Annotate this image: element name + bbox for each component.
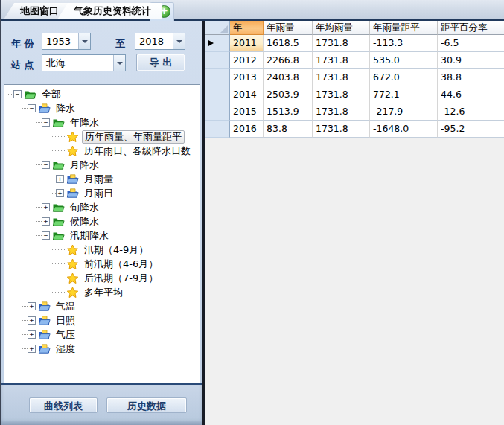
grid-cell[interactable]: 2403.8 (264, 69, 313, 86)
tree-node[interactable]: +气温 (8, 299, 200, 313)
grid-cell[interactable]: -113.3 (370, 35, 438, 52)
grid-cell[interactable]: 535.0 (370, 52, 438, 69)
tree-node-label[interactable]: 旬降水 (68, 202, 101, 214)
row-header[interactable] (205, 35, 230, 52)
expand-plus-icon[interactable]: + (28, 330, 36, 339)
curve-list-button[interactable]: 曲线列表 (29, 397, 98, 413)
collapse-minus-icon[interactable]: − (13, 90, 22, 98)
tab-weather-history-stats[interactable]: 气象历史资料统计 (57, 3, 162, 19)
tree-node-label[interactable]: 月雨量 (82, 173, 115, 185)
row-header[interactable] (205, 121, 230, 138)
history-data-button[interactable]: 历史数据 (106, 397, 187, 413)
grid-cell[interactable]: 2266.8 (264, 52, 313, 69)
grid-cell[interactable]: 1731.8 (313, 121, 370, 138)
grid-cell[interactable]: 1731.8 (313, 86, 370, 103)
tree-node[interactable]: +月雨日 (8, 186, 200, 200)
tree-node-label[interactable]: 前汛期（4-6月） (82, 258, 160, 270)
tree-node[interactable]: 历年雨量、年雨量距平 (8, 130, 200, 144)
year-to-select[interactable]: 2018 (135, 33, 185, 50)
grid-corner-cell[interactable] (205, 21, 230, 35)
grid-cell[interactable]: 772.1 (370, 86, 438, 103)
grid-cell[interactable]: -12.6 (438, 103, 504, 121)
grid-cell[interactable]: 1731.8 (313, 35, 370, 52)
grid-cell[interactable]: 1731.8 (313, 52, 370, 69)
expand-plus-icon[interactable]: + (56, 189, 64, 197)
column-header-2[interactable]: 年均雨量 (313, 21, 370, 35)
tree-node-label[interactable]: 年降水 (68, 117, 101, 129)
collapse-minus-icon[interactable]: − (42, 231, 50, 240)
grid-cell[interactable]: -1648.0 (370, 121, 438, 138)
tree-node[interactable]: −月降水 (8, 158, 200, 172)
grid-cell[interactable]: 1731.8 (313, 69, 370, 86)
collapse-minus-icon[interactable]: − (42, 118, 50, 127)
grid-cell[interactable]: 2012 (230, 52, 264, 69)
row-header[interactable] (205, 69, 230, 86)
grid-cell[interactable]: -95.2 (438, 121, 504, 138)
tree-node[interactable]: +气压 (8, 327, 200, 342)
column-header-4[interactable]: 距平百分率 (438, 21, 504, 35)
station-select[interactable]: 北海 (42, 54, 126, 71)
grid-cell[interactable]: -217.9 (370, 103, 438, 121)
chevron-down-icon[interactable] (173, 33, 185, 49)
tree-node-label[interactable]: 后汛期（7-9月） (82, 272, 160, 284)
row-header[interactable] (205, 52, 230, 69)
grid-cell[interactable]: 2013 (230, 69, 264, 86)
tree-node-label[interactable]: 气温 (54, 301, 77, 313)
tree-node-label[interactable]: 多年平均 (82, 287, 125, 298)
grid-cell[interactable]: -6.5 (438, 35, 504, 52)
tree-node-label[interactable]: 日照 (54, 315, 77, 327)
grid-cell[interactable]: 2016 (230, 121, 264, 138)
grid-cell[interactable]: 83.8 (264, 121, 313, 138)
tree-node[interactable]: 前汛期（4-6月） (8, 257, 200, 271)
grid-cell[interactable]: 2503.9 (264, 86, 313, 103)
tree-node-label-selected[interactable]: 历年雨量、年雨量距平 (82, 130, 185, 144)
grid-cell[interactable]: 2014 (230, 86, 264, 103)
tree-node[interactable]: 后汛期（7-9月） (8, 271, 200, 285)
grid-cell[interactable]: 1513.9 (264, 103, 313, 121)
tree-node[interactable]: −全部 (8, 87, 200, 101)
collapse-minus-icon[interactable]: − (42, 161, 50, 169)
tree-node-label[interactable]: 汛期降水 (68, 230, 111, 242)
chevron-down-icon[interactable] (78, 33, 90, 49)
tree-node-label[interactable]: 降水 (54, 103, 77, 115)
tree-node-label[interactable]: 汛期（4-9月） (82, 244, 150, 256)
year-from-select[interactable]: 1953 (42, 33, 91, 50)
collapse-minus-icon[interactable]: − (28, 104, 36, 112)
expand-plus-icon[interactable]: + (42, 217, 50, 226)
tree-node[interactable]: +候降水 (8, 214, 200, 229)
tree-node-label[interactable]: 气压 (54, 329, 77, 341)
grid-cell[interactable]: 672.0 (370, 69, 438, 86)
column-header-1[interactable]: 年雨量 (264, 21, 313, 35)
grid-cell[interactable]: 38.8 (438, 69, 504, 86)
tree-node-label[interactable]: 月雨日 (82, 188, 115, 199)
tree-node[interactable]: +旬降水 (8, 200, 200, 214)
tree-node-label[interactable]: 湿度 (54, 343, 77, 355)
grid-cell[interactable]: 2011 (230, 35, 264, 52)
tree-node[interactable]: +月雨量 (8, 172, 200, 186)
expand-plus-icon[interactable]: + (28, 316, 36, 325)
tree-node-label[interactable]: 月降水 (68, 159, 101, 171)
grid-cell[interactable]: 30.9 (438, 52, 504, 69)
grid-cell[interactable]: 44.6 (438, 86, 504, 103)
row-header[interactable] (205, 86, 230, 103)
chevron-down-icon[interactable] (113, 55, 125, 71)
column-header-0[interactable]: 年 (230, 21, 264, 35)
tree-node-label[interactable]: 历年雨日、各级降水日数 (82, 145, 193, 157)
tree-node[interactable]: 历年雨日、各级降水日数 (8, 144, 200, 158)
tree-node[interactable]: −年降水 (8, 115, 200, 130)
tree-node[interactable]: +湿度 (8, 342, 200, 356)
expand-plus-icon[interactable]: + (28, 345, 36, 353)
grid-cell[interactable]: 2015 (230, 103, 264, 121)
row-header[interactable] (205, 103, 230, 121)
expand-plus-icon[interactable]: + (56, 175, 64, 183)
tree-node-label[interactable]: 全部 (39, 89, 63, 100)
expand-plus-icon[interactable]: + (42, 203, 50, 211)
expand-plus-icon[interactable]: + (28, 302, 36, 310)
tree-node[interactable]: 汛期（4-9月） (8, 243, 200, 257)
tree-node[interactable]: −汛期降水 (8, 229, 200, 243)
tree-node-label[interactable]: 候降水 (68, 216, 101, 228)
export-button[interactable]: 导 出 (136, 54, 185, 71)
grid-cell[interactable]: 1731.8 (313, 103, 370, 121)
tree-node[interactable]: −降水 (8, 101, 200, 115)
tree-node[interactable]: +日照 (8, 313, 200, 327)
